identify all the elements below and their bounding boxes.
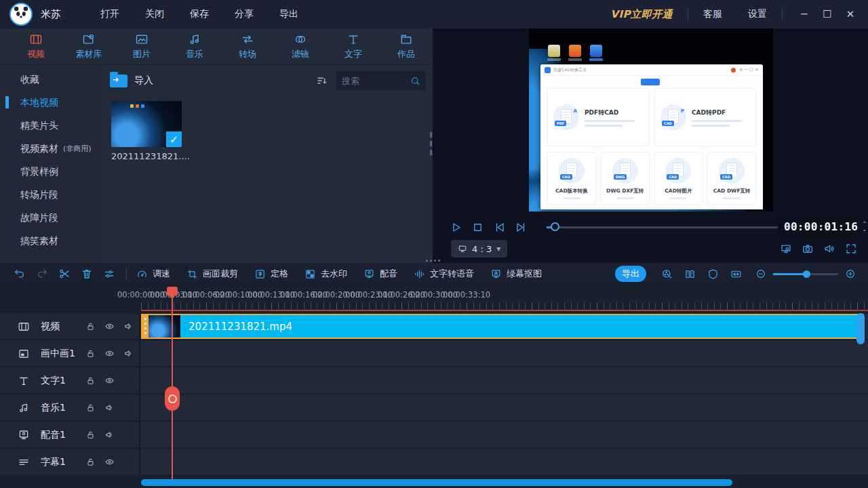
sidebar-item[interactable]: 故障片段: [0, 209, 99, 227]
maximize-icon[interactable]: ☐: [821, 8, 834, 20]
timeline-clip[interactable]: 202111231821.mp4: [141, 314, 864, 339]
panel-resize-grip[interactable]: [430, 132, 432, 155]
horizontal-scrollbar[interactable]: [141, 479, 732, 486]
menu-item[interactable]: 导出: [279, 8, 298, 20]
tool-button[interactable]: 配音: [363, 268, 397, 280]
panels-icon[interactable]: [684, 268, 696, 280]
settings-button[interactable]: 设置: [748, 8, 767, 20]
camera-icon[interactable]: [802, 243, 814, 255]
lock-icon[interactable]: [85, 457, 96, 467]
menu-item[interactable]: 打开: [100, 8, 119, 20]
media-tab[interactable]: 图片: [115, 28, 168, 64]
preview-screen[interactable]: 迅捷CAD转换工具 ≡ ─ ☐ ✕ A PDF: [529, 28, 773, 211]
eye-icon[interactable]: [104, 321, 115, 331]
reel-icon[interactable]: [661, 268, 673, 280]
media-tab[interactable]: 滤镜: [274, 28, 327, 64]
track-lane[interactable]: [140, 395, 868, 420]
media-tab[interactable]: 转场: [221, 28, 274, 64]
menu-item[interactable]: 分享: [235, 8, 254, 20]
tool-button[interactable]: 文字转语音: [414, 268, 474, 280]
import-button[interactable]: 导入: [110, 75, 153, 87]
splitter-grip[interactable]: [426, 260, 440, 262]
sidebar-item[interactable]: 背景样例: [0, 163, 99, 181]
track-lane[interactable]: [140, 368, 868, 393]
track-header[interactable]: 画中画1: [0, 341, 140, 366]
sort-icon[interactable]: [316, 75, 328, 87]
volume-icon[interactable]: [123, 321, 134, 331]
export-button[interactable]: 导出: [615, 266, 646, 282]
sidebar-item[interactable]: 精美片头: [0, 117, 99, 135]
undo-icon[interactable]: [14, 268, 26, 280]
track-header[interactable]: 文字1: [0, 368, 140, 393]
sidebar-item[interactable]: 视频素材 (非商用): [0, 140, 99, 158]
scissors-icon[interactable]: [58, 268, 71, 280]
track-lane[interactable]: [140, 449, 868, 474]
tool-button[interactable]: 绿幕抠图: [490, 268, 542, 280]
speaker-icon[interactable]: [823, 243, 835, 255]
lock-icon[interactable]: [85, 430, 96, 440]
search-input[interactable]: [342, 76, 410, 86]
sidebar-item[interactable]: 转场片段: [0, 186, 99, 204]
sliders-icon[interactable]: [103, 268, 115, 280]
close-icon[interactable]: ✕: [844, 8, 857, 20]
volume-icon[interactable]: [104, 430, 115, 440]
vip-upgrade-button[interactable]: VIP立即开通: [610, 8, 673, 21]
track-lane[interactable]: [140, 341, 868, 366]
menu-item[interactable]: 保存: [190, 8, 209, 20]
track-header[interactable]: 配音1: [0, 422, 140, 447]
skip-end-icon[interactable]: [515, 221, 528, 234]
monitor-gear-icon[interactable]: [780, 243, 792, 255]
sidebar-item[interactable]: 收藏: [0, 70, 99, 89]
minimize-icon[interactable]: ─: [797, 8, 811, 20]
seek-knob[interactable]: [551, 222, 559, 231]
track-lane[interactable]: [140, 422, 868, 447]
timecode-spinner[interactable]: ⌃⌄: [862, 222, 867, 231]
track-lane[interactable]: 202111231821.mp4: [140, 314, 868, 339]
tool-button[interactable]: 画面裁剪: [186, 268, 238, 280]
clip-trim-handle[interactable]: [142, 315, 149, 338]
zoom-in-icon[interactable]: [845, 268, 856, 279]
zoom-knob[interactable]: [803, 270, 810, 278]
clip-thumbnail[interactable]: ✓: [111, 101, 182, 147]
trash-icon[interactable]: [81, 268, 93, 280]
media-tab[interactable]: 作品: [380, 28, 433, 64]
fullscreen-icon[interactable]: [845, 243, 857, 255]
aspect-ratio-dropdown[interactable]: 4 : 3 ▾: [451, 240, 507, 258]
media-tab[interactable]: 文字: [327, 28, 380, 64]
menu-item[interactable]: 关闭: [145, 8, 164, 20]
track-header[interactable]: 字幕1: [0, 449, 140, 474]
playhead-handle[interactable]: [165, 386, 180, 411]
lock-icon[interactable]: [85, 348, 96, 359]
tool-button[interactable]: 调速: [136, 268, 170, 280]
ruler-ticks[interactable]: [141, 302, 868, 310]
redo-icon[interactable]: [36, 268, 48, 280]
media-tab[interactable]: 视频: [9, 28, 62, 64]
vertical-scrollbar[interactable]: [856, 313, 865, 344]
stop-icon[interactable]: [471, 221, 484, 234]
eye-icon[interactable]: [104, 375, 115, 386]
tool-button[interactable]: 去水印: [304, 268, 347, 280]
playhead-marker[interactable]: [167, 287, 178, 296]
tool-button[interactable]: 定格: [254, 268, 288, 280]
shield-icon[interactable]: [707, 268, 719, 280]
library-item[interactable]: ✓ 202111231821....: [111, 101, 182, 161]
skip-start-icon[interactable]: [493, 221, 506, 234]
track-header[interactable]: 视频: [0, 314, 140, 339]
search-icon[interactable]: [410, 76, 420, 86]
eye-icon[interactable]: [104, 348, 115, 359]
arrowbox-icon[interactable]: [730, 268, 742, 280]
media-tab[interactable]: 素材库: [62, 28, 115, 64]
zoom-slider[interactable]: [773, 273, 838, 275]
sidebar-item[interactable]: 本地视频: [0, 94, 99, 112]
lock-icon[interactable]: [85, 321, 96, 331]
media-tab[interactable]: 音乐: [168, 28, 221, 64]
support-button[interactable]: 客服: [703, 8, 722, 20]
volume-icon[interactable]: [104, 403, 115, 413]
selected-check-icon[interactable]: ✓: [166, 131, 182, 147]
timeline-ruler[interactable]: 00:00:00:0000:00:03:1000:00:06:2000:00:1…: [141, 290, 868, 301]
play-icon[interactable]: [450, 221, 462, 234]
track-header[interactable]: 音乐1: [0, 395, 140, 420]
eye-icon[interactable]: [104, 457, 115, 467]
lock-icon[interactable]: [85, 403, 96, 413]
sidebar-item[interactable]: 搞笑素材: [0, 232, 99, 250]
